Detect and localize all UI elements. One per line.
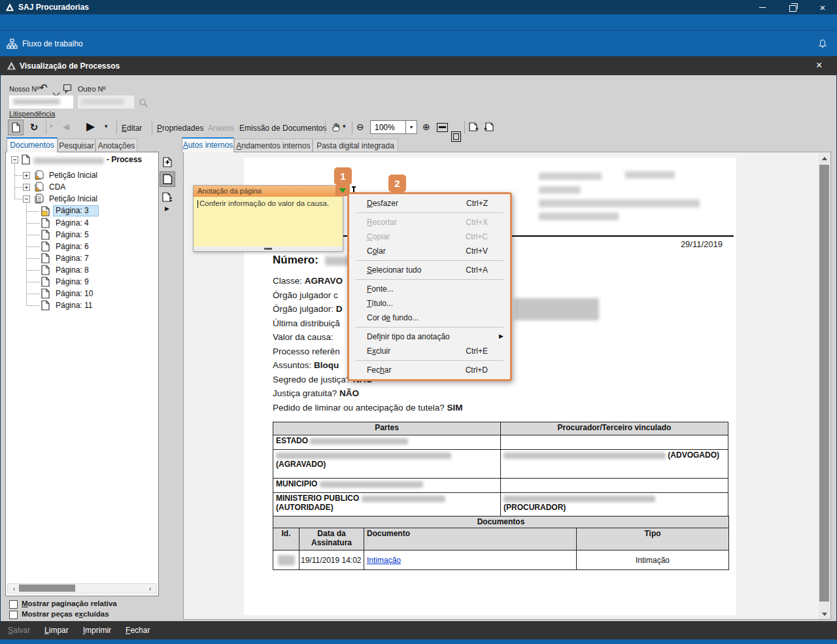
scroll-up-icon[interactable]	[819, 153, 830, 163]
tree-page-item[interactable]: Página: 7	[41, 252, 152, 264]
litispendencia-link[interactable]: Litispendência	[9, 110, 55, 118]
documento-link[interactable]: Intimação	[367, 556, 401, 565]
tab-autos-internos[interactable]: Autos internos	[182, 137, 234, 152]
tab-anotacoes[interactable]: Anotações	[95, 139, 137, 152]
scroll-down-icon[interactable]	[819, 609, 830, 619]
annotation-tool-button[interactable]	[8, 120, 24, 135]
subwindow-close-icon[interactable]: ×	[816, 59, 822, 71]
tree-page-item[interactable]: Página: 11	[41, 299, 152, 311]
scrollbar-thumb[interactable]	[19, 585, 75, 592]
context-menu-item[interactable]: Título... ▶	[349, 296, 510, 311]
scrollbar-thumb[interactable]	[819, 165, 829, 602]
tab-documentos[interactable]: Documentos	[7, 137, 58, 152]
zoom-in-icon[interactable]: ⊕	[422, 122, 430, 132]
next-arrow-icon[interactable]: ▶	[86, 120, 95, 133]
add-annotation-button[interactable]	[160, 154, 175, 170]
context-menu-item[interactable]: ▶	[349, 260, 510, 261]
context-menu-item[interactable]: Cor de fundo... ▶	[349, 311, 510, 325]
annotation-body[interactable]: Conferir informação do valor da causa.	[194, 197, 343, 246]
tree-page-item[interactable]: Página: 8	[41, 264, 152, 276]
checkbox-paginacao-relativa[interactable]	[9, 600, 18, 609]
scroll-right-icon[interactable]: ›	[145, 584, 155, 593]
zoom-out-icon[interactable]: ⊖	[356, 122, 364, 132]
tree-expander-cda[interactable]	[23, 184, 30, 191]
zoom-combo-dropdown-icon[interactable]: ▾	[405, 121, 417, 133]
callout-badge-1: 1	[334, 167, 352, 185]
tree-page-selected[interactable]: Página: 3	[53, 205, 99, 216]
expand-toolbar-icon[interactable]: ▶	[165, 205, 169, 212]
process-page-icon	[22, 154, 30, 165]
context-menu-item[interactable]: Selecionar tudo Ctrl+A ▶	[349, 263, 510, 277]
page-icon	[41, 288, 50, 299]
imprimir-button[interactable]: Imprimir	[83, 626, 111, 635]
context-menu-item[interactable]: ▶	[349, 327, 510, 328]
checkbox-paginacao-label[interactable]: Mostrar paginação relativa	[22, 600, 117, 607]
tab-pesquisar[interactable]: Pesquisar	[58, 139, 95, 152]
context-menu-item[interactable]: Recortar Ctrl+X ▶	[349, 215, 510, 229]
workflow-label[interactable]: Fluxo de trabalho	[22, 39, 83, 48]
context-menu-item[interactable]: Desfazer Ctrl+Z ▶	[349, 196, 510, 211]
annotation-resize-grip[interactable]	[194, 246, 343, 251]
context-menu-item[interactable]: Copiar Ctrl+C ▶	[349, 229, 510, 244]
restore-button[interactable]	[782, 0, 803, 14]
fit-width-icon[interactable]	[437, 123, 448, 132]
checkbox-pecas-label[interactable]: Mostrar peças excluídas	[22, 610, 109, 618]
hand-dropdown-icon[interactable]: ▾	[343, 123, 346, 129]
context-menu-item[interactable]: Excluir Ctrl+E ▶	[349, 344, 510, 358]
nosso-numero-input[interactable]	[9, 95, 73, 109]
page-view-button[interactable]	[160, 171, 175, 187]
tree-expander-peticao-2[interactable]	[23, 195, 30, 203]
col-tipo: Tipo	[577, 528, 729, 551]
tree-page-item[interactable]: Página: 4	[41, 217, 152, 229]
minimize-button[interactable]	[752, 0, 773, 14]
search-icon[interactable]	[139, 98, 148, 108]
zoom-combo[interactable]: 100% ▾	[370, 120, 417, 134]
tree-page-item[interactable]: Página: 5	[41, 229, 152, 241]
tree-expander-root[interactable]	[11, 156, 18, 163]
checkbox-pecas-excluidas[interactable]	[9, 611, 18, 619]
page-annotation-note[interactable]: Anotação da página Conferir informação d…	[193, 185, 343, 252]
next-dropdown-icon[interactable]: ▾	[105, 123, 108, 129]
context-menu-item[interactable]: ▶	[349, 279, 510, 280]
tree-horizontal-scrollbar[interactable]: ‹ ›	[7, 583, 157, 594]
editar-button[interactable]: Editar	[122, 124, 142, 133]
context-menu-item[interactable]: Definir tipo da anotação ▶	[349, 330, 510, 344]
limpar-button[interactable]: Limpar	[44, 626, 69, 635]
tab-andamentos-internos[interactable]: Andamentos internos	[234, 139, 313, 152]
fit-page-icon[interactable]	[451, 131, 461, 142]
table-row: MUNICIPIO	[273, 479, 728, 493]
tree-item-cda[interactable]: CDA	[49, 181, 65, 193]
context-menu-item[interactable]: Fechar Ctrl+D ▶	[349, 363, 510, 377]
tree-item-peticao-inicial-1[interactable]: Petição Inicial	[49, 169, 97, 181]
context-menu-item[interactable]: Fonte... ▶	[349, 282, 510, 296]
hand-tool-icon[interactable]	[330, 122, 341, 132]
tree-expander-peticao-1[interactable]	[23, 172, 30, 179]
refresh-button[interactable]: ↻	[26, 120, 42, 135]
propriedades-button[interactable]: Propriedades	[157, 124, 203, 133]
bell-icon[interactable]	[817, 39, 828, 49]
tree-page-item[interactable]: Página: 6	[41, 241, 152, 252]
note-icon[interactable]	[63, 83, 72, 93]
tree-item-peticao-inicial-2[interactable]: Petição Inicial	[49, 193, 97, 205]
tree-page-item[interactable]: Página: 9	[41, 276, 152, 288]
annotation-list-button[interactable]	[160, 190, 175, 205]
tree-root-label[interactable]: - Process	[107, 154, 142, 165]
scroll-left-icon[interactable]: ‹	[9, 584, 19, 593]
outro-numero-input[interactable]	[78, 95, 134, 109]
emissao-documentos-button[interactable]: Emissão de Documentos	[239, 124, 326, 133]
next-document-icon[interactable]	[468, 122, 479, 132]
viewer-vertical-scrollbar[interactable]	[819, 153, 830, 619]
menu-shortcut: Ctrl+C	[466, 232, 504, 241]
close-button[interactable]: ×	[812, 0, 833, 14]
tree-page-item[interactable]: Página: 10	[41, 288, 152, 299]
menu-shortcut: Ctrl+E	[466, 347, 504, 356]
undo-icon[interactable]: ↶	[39, 82, 48, 93]
tab-pasta-digital[interactable]: Pasta digital integrada	[313, 139, 398, 152]
context-menu-item[interactable]: Colar Ctrl+V ▶	[349, 244, 510, 258]
previous-document-icon[interactable]	[483, 122, 494, 132]
menu-separator	[356, 279, 504, 280]
fechar-button[interactable]: Fechar	[126, 626, 150, 635]
procurador-header: Procurador/Terceiro vinculado	[501, 422, 728, 435]
context-menu-item[interactable]: ▶	[349, 212, 510, 213]
context-menu-item[interactable]: ▶	[349, 360, 510, 361]
